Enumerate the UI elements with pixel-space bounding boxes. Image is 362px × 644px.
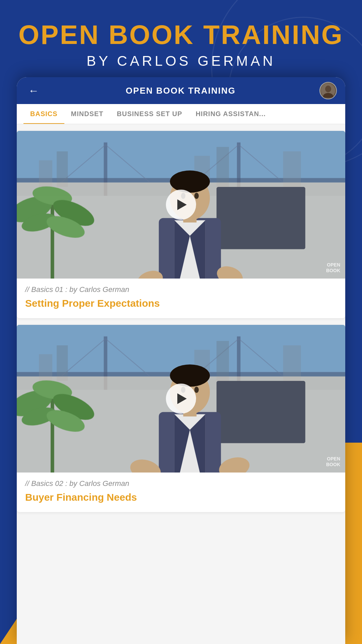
svg-rect-52 (217, 381, 305, 443)
tab-mindset[interactable]: MINDSET (64, 104, 110, 124)
tab-business-setup[interactable]: BUSINESS SET UP (110, 104, 189, 124)
user-avatar[interactable] (319, 82, 337, 99)
video-thumbnail-1[interactable]: OPEN BOOK (17, 131, 345, 279)
video-card-1: OPEN BOOK // Basics 01 : by Carlos Germa… (17, 131, 345, 318)
header: OPEN BOOK TRAINING BY CARLOS GERMAN (0, 0, 362, 83)
svg-rect-49 (217, 341, 229, 381)
avatar-image (321, 84, 335, 98)
play-icon-2 (177, 393, 187, 404)
video-episode-2: // Basics 02 : by Carlos German (25, 479, 337, 488)
app-subtitle: BY CARLOS GERMAN (13, 53, 349, 69)
svg-point-32 (170, 170, 210, 193)
play-button-2[interactable] (166, 384, 196, 414)
navbar-title: OPEN BOOK TRAINING (126, 86, 236, 96)
svg-point-68 (194, 387, 199, 393)
app-navbar: ← OPEN BOOK TRAINING (17, 77, 345, 104)
svg-rect-47 (57, 345, 68, 381)
play-icon-1 (177, 199, 187, 210)
svg-point-34 (194, 193, 199, 199)
svg-point-66 (170, 364, 210, 387)
svg-rect-15 (217, 147, 229, 187)
video-title-1[interactable]: Setting Proper Expectations (25, 297, 337, 310)
svg-rect-16 (283, 151, 301, 187)
video-episode-1: // Basics 01 : by Carlos German (25, 285, 337, 294)
app-frame: ← OPEN BOOK TRAINING BASICS MINDSET BUSI… (17, 77, 345, 644)
svg-rect-50 (283, 345, 301, 381)
svg-rect-18 (217, 187, 305, 249)
video-info-1: // Basics 01 : by Carlos German Setting … (17, 279, 345, 318)
svg-rect-13 (57, 151, 68, 187)
tab-basics[interactable]: BASICS (23, 104, 64, 124)
tabs-row: BASICS MINDSET BUSINESS SET UP HIRING AS… (17, 104, 345, 124)
back-button[interactable]: ← (25, 82, 42, 99)
video-card-2: OPEN BOOK // Basics 02 : by Carlos Germa… (17, 325, 345, 512)
video-watermark-1: OPEN BOOK (326, 262, 340, 274)
video-info-2: // Basics 02 : by Carlos German Buyer Fi… (17, 473, 345, 512)
video-watermark-2: OPEN BOOK (326, 456, 340, 467)
svg-point-1 (325, 86, 331, 92)
video-title-2[interactable]: Buyer Financing Needs (25, 491, 337, 504)
video-thumbnail-2[interactable]: OPEN BOOK (17, 325, 345, 473)
avatar-placeholder (320, 82, 336, 99)
app-title: OPEN BOOK TRAINING (13, 20, 349, 50)
tab-hiring[interactable]: HIRING ASSISTAN... (189, 104, 273, 124)
app-content[interactable]: OPEN BOOK // Basics 01 : by Carlos Germa… (17, 124, 345, 644)
play-button-1[interactable] (166, 190, 196, 220)
